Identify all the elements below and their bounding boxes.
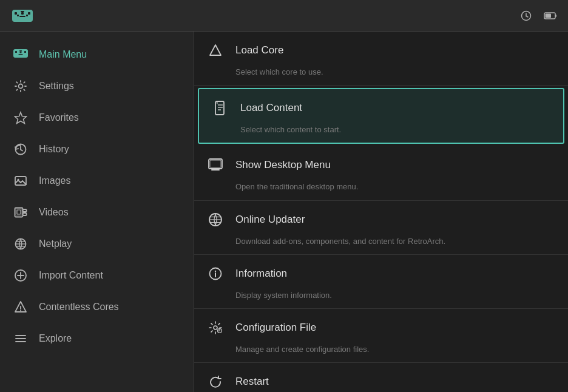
menu-item-desc-information: Display system information.: [194, 290, 568, 308]
menu-item-title-show-desktop-menu: Show Desktop Menu: [235, 159, 331, 171]
svg-rect-23: [15, 177, 26, 185]
menu-item-online-updater[interactable]: Online UpdaterDownload add-ons, componen…: [194, 201, 568, 255]
svg-line-10: [526, 16, 528, 17]
menu-item-title-load-content: Load Content: [240, 102, 302, 114]
sidebar: Main MenuSettingsFavoritesHistoryImagesV…: [0, 32, 194, 392]
svg-point-38: [20, 310, 21, 311]
sidebar-images-icon: [12, 172, 29, 189]
svg-rect-29: [23, 213, 27, 215]
menu-item-header-online-updater: Online Updater: [194, 201, 568, 236]
sidebar-videos-icon: [12, 204, 29, 221]
svg-rect-4: [21, 12, 24, 15]
sidebar-item-label-contentless-cores: Contentless Cores: [39, 302, 119, 313]
menu-item-header-load-core: Load Core: [194, 32, 568, 67]
svg-point-55: [215, 271, 216, 272]
sidebar-favorites-icon: [12, 109, 29, 126]
header: [0, 0, 568, 32]
svg-rect-17: [19, 50, 22, 52]
sidebar-item-label-settings: Settings: [39, 81, 74, 92]
menu-item-desc-show-desktop-menu: Open the traditional desktop menu.: [194, 181, 568, 200]
menu-item-title-online-updater: Online Updater: [235, 214, 305, 226]
menu-item-restart[interactable]: RestartRestart RetroArch application.: [194, 363, 568, 392]
sidebar-item-label-netplay: Netplay: [39, 238, 72, 249]
menu-item-title-configuration-file: Configuration File: [235, 322, 316, 334]
svg-rect-28: [23, 209, 27, 212]
menu-item-title-information: Information: [235, 268, 287, 280]
svg-rect-3: [21, 11, 24, 12]
sidebar-item-label-favorites: Favorites: [39, 112, 79, 123]
menu-item-title-load-core: Load Core: [235, 44, 283, 56]
svg-rect-7: [26, 15, 28, 16]
svg-point-20: [19, 84, 23, 89]
svg-rect-2: [28, 12, 30, 15]
svg-rect-47: [210, 160, 221, 167]
menu-item-title-restart: Restart: [235, 376, 269, 388]
clock-icon: [521, 10, 532, 21]
sidebar-settings-icon: [12, 78, 29, 95]
menu-item-icon-restart: [206, 373, 225, 391]
svg-point-57: [214, 326, 217, 329]
menu-item-information[interactable]: InformationDisplay system information.: [194, 255, 568, 309]
svg-marker-21: [15, 112, 27, 124]
header-left: [11, 7, 42, 24]
menu-item-desc-configuration-file: Manage and create configuration files.: [194, 344, 568, 362]
menu-item-header-configuration-file: Configuration File: [194, 309, 568, 344]
svg-rect-27: [17, 210, 21, 214]
menu-item-icon-load-core: [206, 41, 225, 59]
sidebar-item-favorites[interactable]: Favorites: [0, 102, 194, 133]
menu-item-icon-load-content: [211, 99, 229, 117]
menu-item-icon-show-desktop-menu: [206, 156, 225, 174]
sidebar-item-contentless-cores[interactable]: Contentless Cores: [0, 291, 194, 323]
sidebar-import-content-icon: [12, 267, 29, 284]
sidebar-contentless-cores-icon: [12, 299, 29, 316]
sidebar-item-images[interactable]: Images: [0, 165, 194, 197]
sidebar-item-label-images: Images: [39, 175, 70, 186]
sidebar-item-videos[interactable]: Videos: [0, 197, 194, 228]
sidebar-item-explore[interactable]: Explore: [0, 323, 194, 354]
menu-item-header-information: Information: [194, 255, 568, 290]
sidebar-item-label-explore: Explore: [39, 333, 72, 344]
content-area: Load CoreSelect which core to use.Load C…: [194, 32, 568, 392]
svg-rect-6: [17, 15, 19, 16]
svg-rect-19: [19, 54, 23, 55]
sidebar-item-label-videos: Videos: [39, 207, 69, 218]
sidebar-item-settings[interactable]: Settings: [0, 70, 194, 102]
menu-item-icon-configuration-file: [206, 319, 225, 337]
sidebar-item-main-menu[interactable]: Main Menu: [0, 39, 194, 70]
menu-item-desc-online-updater: Download add-ons, components, and conten…: [194, 236, 568, 254]
menu-item-header-load-content: Load Content: [199, 89, 563, 124]
app-logo-icon: [11, 7, 34, 24]
menu-item-load-content[interactable]: Load ContentSelect which content to star…: [198, 88, 564, 144]
svg-rect-13: [555, 15, 556, 17]
sidebar-explore-icon: [12, 330, 29, 347]
menu-item-show-desktop-menu[interactable]: Show Desktop MenuOpen the traditional de…: [194, 146, 568, 200]
svg-rect-18: [20, 52, 22, 53]
battery-icon: [544, 12, 557, 20]
sidebar-item-label-main-menu: Main Menu: [39, 49, 87, 60]
svg-rect-12: [546, 13, 552, 18]
sidebar-netplay-icon: [12, 235, 29, 252]
menu-item-configuration-file[interactable]: Configuration FileManage and create conf…: [194, 309, 568, 363]
sidebar-item-label-history: History: [39, 144, 69, 155]
svg-rect-16: [24, 51, 26, 53]
menu-item-header-restart: Restart: [194, 363, 568, 392]
sidebar-item-label-import-content: Import Content: [39, 270, 103, 281]
menu-item-desc-load-content: Select which content to start.: [199, 124, 563, 143]
svg-rect-15: [15, 51, 17, 53]
sidebar-item-netplay[interactable]: Netplay: [0, 228, 194, 260]
sidebar-history-icon: [12, 141, 29, 158]
menu-item-header-show-desktop-menu: Show Desktop Menu: [194, 146, 568, 181]
menu-item-load-core[interactable]: Load CoreSelect which core to use.: [194, 32, 568, 86]
sidebar-item-import-content[interactable]: Import Content: [0, 260, 194, 291]
svg-rect-5: [19, 16, 25, 17]
menu-item-desc-load-core: Select which core to use.: [194, 67, 568, 85]
main-layout: Main MenuSettingsFavoritesHistoryImagesV…: [0, 32, 568, 392]
menu-item-icon-information: [206, 265, 225, 283]
menu-item-icon-online-updater: [206, 211, 225, 229]
svg-rect-1: [15, 12, 17, 15]
sidebar-main-menu-icon: [12, 46, 29, 63]
sidebar-item-history[interactable]: History: [0, 133, 194, 165]
header-right: [515, 10, 557, 21]
